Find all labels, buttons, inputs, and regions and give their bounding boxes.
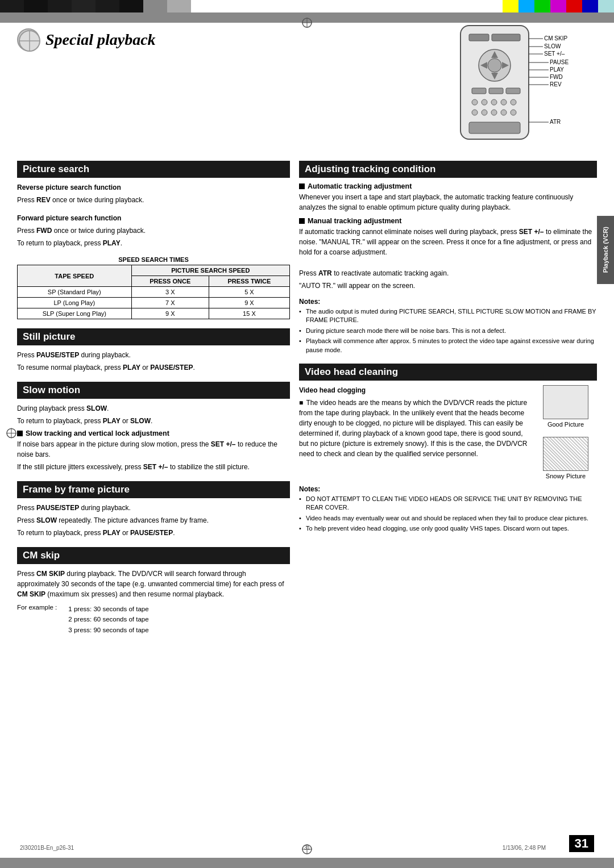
video-head-note-item: To help prevent video head clogging, use… — [299, 524, 597, 533]
forward-search-title: Forward picture search function — [17, 213, 290, 223]
right-column: Adjusting tracking condition Automatic t… — [299, 161, 597, 644]
title-icon — [17, 28, 40, 51]
example-item: 2 press: 60 seconds of tape — [68, 614, 148, 624]
cm-skip-section: CM skip Press CM SKIP during playback. T… — [17, 547, 290, 635]
color-black1 — [0, 0, 24, 12]
slow-motion-text2: To return to playback, press PLAY or SLO… — [17, 416, 290, 426]
still-picture-text2: To resume normal playback, press PLAY or… — [17, 362, 290, 373]
auto-tracking-title-row: Automatic tracking adjustment — [299, 182, 597, 190]
forward-search-text1: Press FWD once or twice during playback. — [17, 226, 290, 236]
right-color-blocks — [487, 0, 614, 12]
fwd-label: FWD — [550, 74, 563, 80]
tracking-notes-section: Notes: The audio output is muted during … — [299, 298, 597, 354]
tape-speed-cell: LP (Long Play) — [18, 298, 132, 308]
page-title: Special playback — [17, 28, 156, 51]
square-bullet-icon — [17, 431, 23, 436]
svg-point-7 — [488, 59, 501, 72]
color-gray1 — [143, 0, 167, 12]
play-label: PLAY — [550, 66, 564, 73]
left-crosshair — [6, 428, 17, 441]
video-head-content: Video head clogging ■ The video heads ar… — [299, 385, 597, 479]
good-picture-item: Good Picture — [543, 385, 588, 428]
press-twice-header: PRESS TWICE — [209, 276, 289, 287]
adjusting-tracking-header: Adjusting tracking condition — [299, 161, 597, 178]
top-crosshair-icon — [301, 17, 313, 28]
right-tab-label: Playback (VCR) — [602, 227, 609, 273]
press-once-cell: 9 X — [131, 308, 209, 319]
manual-tracking-text3: "AUTO TR." will appear on the screen. — [299, 281, 597, 291]
tracking-notes-title: Notes: — [299, 298, 597, 306]
video-head-notes-list: DO NOT ATTEMPT TO CLEAN THE VIDEO HEADS … — [299, 495, 597, 533]
reverse-search-text: Press REV once or twice during playback. — [17, 195, 290, 205]
svg-point-15 — [472, 99, 478, 105]
svg-point-16 — [482, 99, 487, 105]
examples-list: 1 press: 30 seconds of tape2 press: 60 s… — [68, 604, 148, 635]
svg-point-17 — [491, 99, 497, 105]
press-once-cell: 3 X — [131, 287, 209, 298]
color-lightcyan — [598, 0, 614, 12]
remote-diagram: CM SKIP SLOW SET +/– PAUSE/STEP PLAY FWD… — [443, 23, 569, 155]
tracking-note-item: During picture search mode there will be… — [299, 327, 597, 335]
speed-search-table: TAPE SPEED PICTURE SEARCH SPEED PRESS ON… — [17, 265, 290, 319]
svg-point-18 — [501, 99, 507, 105]
bottom-crosshair-icon — [301, 844, 313, 855]
page-number: 31 — [569, 835, 594, 852]
atr-label: ATR — [550, 119, 561, 125]
footer-right-date: 1/13/06, 2:48 PM — [503, 845, 546, 851]
good-picture-box — [543, 385, 588, 419]
slow-tracking-title: Slow tracking and vertical lock adjustme… — [17, 429, 290, 437]
picture-search-section: Picture search Reverse picture search fu… — [17, 161, 290, 319]
picture-search-header: Picture search — [17, 161, 290, 178]
set-label: SET +/– — [544, 51, 565, 57]
remote-control-svg: CM SKIP SLOW SET +/– PAUSE/STEP PLAY FWD… — [443, 23, 569, 153]
speed-table-row: LP (Long Play)7 X9 X — [18, 298, 290, 308]
svg-point-19 — [511, 99, 516, 105]
still-picture-header: Still picture — [17, 328, 290, 345]
svg-point-23 — [501, 110, 507, 115]
press-twice-cell: 9 X — [209, 298, 289, 308]
adjusting-tracking-section: Adjusting tracking condition Automatic t… — [299, 161, 597, 354]
color-cyan — [518, 0, 534, 12]
snowy-picture-label: Snowy Picture — [543, 473, 588, 479]
tape-speed-cell: SP (Standard Play) — [18, 287, 132, 298]
press-twice-cell: 5 X — [209, 287, 289, 298]
cm-skip-header: CM skip — [17, 547, 290, 564]
forward-search-text2: To return to playback, press PLAY. — [17, 238, 290, 248]
crosshair-circle-icon — [18, 30, 41, 52]
speed-table-container: SPEED SEARCH TIMES TAPE SPEED PICTURE SE… — [17, 256, 290, 319]
color-white — [487, 0, 503, 12]
tracking-note-item: Playback will commence after approx. 5 m… — [299, 337, 597, 354]
right-vertical-tab: Playback (VCR) — [597, 216, 614, 284]
title-row: Special playback — [17, 23, 597, 155]
svg-rect-4 — [469, 34, 489, 41]
manual-tracking-text2: Press ATR to reactivate automatic tracki… — [299, 268, 597, 278]
title-text: Special playback — [45, 31, 156, 49]
clogging-title: Video head clogging — [299, 385, 528, 395]
auto-tracking-bullet-icon — [299, 183, 305, 189]
left-color-blocks — [0, 0, 193, 12]
example-item: 1 press: 30 seconds of tape — [68, 604, 148, 614]
frame-by-frame-text3: To return to playback, press PLAY or PAU… — [17, 528, 290, 538]
press-twice-cell: 15 X — [209, 308, 289, 319]
tracking-note-item: The audio output is muted during PICTURE… — [299, 307, 597, 325]
two-column-layout: Picture search Reverse picture search fu… — [17, 161, 597, 644]
picture-search-speed-header: PICTURE SEARCH SPEED — [131, 265, 289, 276]
color-black3 — [48, 0, 72, 12]
color-blue — [582, 0, 598, 12]
slow-tracking-text1: If noise bars appear in the picture duri… — [17, 439, 290, 460]
clogging-text: ■ The video heads are the means by which… — [299, 398, 528, 459]
color-black4 — [72, 0, 96, 12]
manual-tracking-title-row: Manual tracking adjustment — [299, 217, 597, 225]
press-once-header: PRESS ONCE — [131, 276, 209, 287]
reverse-search-subsection: Reverse picture search function Press RE… — [17, 182, 290, 205]
manual-tracking-bullet-icon — [299, 218, 305, 224]
still-picture-text1: Press PAUSE/STEP during playback. — [17, 350, 290, 360]
slow-label: SLOW — [544, 43, 561, 49]
svg-rect-5 — [492, 34, 520, 41]
color-black6 — [119, 0, 143, 12]
speed-table-body: SP (Standard Play)3 X5 XLP (Long Play)7 … — [18, 287, 290, 319]
clogging-bullet-icon: ■ — [299, 399, 303, 407]
color-gray2 — [167, 0, 191, 12]
cm-skip-label: CM SKIP — [544, 35, 567, 41]
main-content: Special playback — [17, 23, 597, 854]
